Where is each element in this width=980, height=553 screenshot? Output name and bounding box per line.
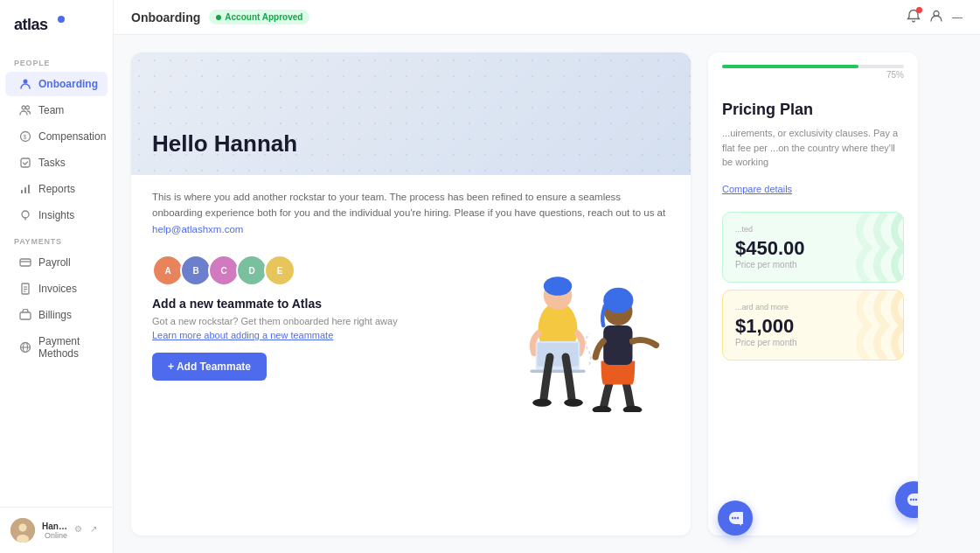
sidebar-item-payment-methods[interactable]: Payment Methods (5, 329, 108, 366)
sidebar-item-onboarding[interactable]: Onboarding (5, 72, 108, 96)
payment-methods-icon (19, 341, 31, 354)
avatar-5: E (264, 255, 295, 286)
more-options-button[interactable]: — (952, 11, 963, 24)
card-body: This is where you add another rockstar t… (131, 175, 691, 430)
badge-dot (216, 15, 221, 20)
pricing-card-premium[interactable]: ...ard and more $1,000 Price per month (722, 290, 904, 360)
add-teammate-button[interactable]: + Add Teammate (152, 353, 267, 381)
billings-icon (19, 309, 31, 321)
team-label: Team (38, 104, 64, 116)
people-section-label: PEOPLE (0, 50, 113, 71)
svg-point-43 (732, 517, 733, 519)
payroll-icon (19, 256, 31, 269)
insights-label: Insights (38, 209, 74, 221)
add-section-description: Got a new rockstar? Get them onboarded h… (152, 316, 460, 326)
footer-actions: ⚙ ↗ (74, 524, 102, 536)
main-area: Onboarding Account Approved — (114, 0, 980, 553)
email-link[interactable]: help@atlashxm.com (152, 224, 243, 234)
user-status: Online (42, 531, 67, 540)
page-title: Onboarding (131, 10, 200, 24)
svg-point-2 (24, 80, 28, 84)
header-right: — (907, 9, 963, 25)
svg-rect-37 (603, 326, 632, 365)
team-avatars: A B C D E (152, 255, 460, 286)
logo-text: atlas (14, 19, 66, 38)
avatar-4: D (236, 255, 268, 286)
sidebar-item-payroll[interactable]: Payroll (5, 250, 108, 275)
sidebar-item-invoices[interactable]: Invoices (5, 276, 108, 301)
notification-button[interactable] (907, 9, 921, 25)
svg-point-29 (544, 276, 572, 296)
tasks-label: Tasks (38, 157, 66, 169)
svg-rect-13 (20, 259, 31, 266)
svg-point-35 (593, 406, 612, 412)
team-icon (19, 104, 31, 116)
svg-point-3 (22, 106, 25, 109)
compare-details-link[interactable]: Compare details (708, 180, 918, 205)
avatar-3: C (208, 255, 240, 286)
team-section: A B C D E Add a new teammate to Atlas Go… (152, 255, 670, 416)
sidebar-item-tasks[interactable]: Tasks (5, 150, 108, 175)
svg-point-36 (623, 406, 643, 412)
avatar-2: B (180, 255, 212, 286)
pricing-card-standard[interactable]: ...ted $450.00 Price per month (722, 212, 904, 283)
reports-icon (19, 183, 31, 195)
onboarding-card: Hello Hannah This is where you add anoth… (131, 52, 691, 536)
svg-point-24 (19, 524, 27, 532)
svg-text:$: $ (24, 134, 27, 140)
svg-rect-10 (28, 185, 30, 193)
payments-section-label: PAYMENTS (0, 228, 113, 249)
logout-icon[interactable]: ↗ (90, 524, 102, 536)
learn-more-link[interactable]: Learn more about adding a new teammate (152, 330, 460, 340)
sidebar-item-reports[interactable]: Reports (5, 177, 108, 201)
top-header: Onboarding Account Approved — (114, 0, 980, 35)
sidebar-item-compensation[interactable]: $ Compensation (5, 124, 108, 149)
svg-point-41 (913, 499, 914, 500)
compensation-icon: $ (19, 130, 31, 143)
payment-methods-label: Payment Methods (38, 335, 94, 360)
user-avatar (10, 518, 35, 542)
header-left: Onboarding Account Approved (131, 10, 309, 24)
right-chat-fab[interactable] (895, 481, 918, 518)
progress-fill (722, 65, 858, 68)
payroll-label: Payroll (38, 256, 71, 269)
svg-rect-7 (21, 158, 30, 167)
svg-rect-31 (538, 343, 579, 367)
hero-greeting: Hello Hannah (152, 130, 297, 158)
billings-label: Billings (38, 309, 72, 321)
logo: atlas (0, 0, 113, 50)
invoices-icon (19, 283, 31, 295)
svg-text:atlas: atlas (14, 16, 48, 33)
user-info: Hannah Jeremiah Online (42, 522, 67, 540)
notification-dot (916, 7, 922, 13)
main-chat-fab[interactable] (718, 500, 753, 536)
onboarding-label: Onboarding (38, 78, 98, 90)
sidebar-item-insights[interactable]: Insights (5, 203, 108, 228)
avatar-1: A (152, 255, 184, 286)
svg-rect-32 (531, 370, 586, 374)
user-menu-button[interactable] (929, 9, 943, 25)
sidebar-item-team[interactable]: Team (5, 98, 108, 122)
add-teammate-label: + Add Teammate (168, 360, 251, 373)
team-illustration (477, 255, 670, 416)
invoices-label: Invoices (38, 283, 77, 295)
panel-description: ...uirements, or exclusivity clauses. Pa… (708, 126, 918, 180)
svg-point-4 (26, 106, 30, 109)
svg-rect-8 (21, 190, 23, 193)
wave-decoration-2 (833, 290, 903, 360)
svg-point-40 (910, 499, 912, 500)
svg-point-42 (915, 499, 917, 500)
user-name: Hannah Jeremiah (42, 522, 67, 531)
content-area: Hello Hannah This is where you add anoth… (114, 35, 980, 553)
svg-point-39 (603, 288, 633, 313)
insights-icon (19, 209, 31, 221)
svg-point-33 (532, 399, 552, 407)
sidebar-item-billings[interactable]: Billings (5, 303, 108, 327)
sidebar: atlas PEOPLE Onboarding Team (0, 0, 114, 553)
svg-point-1 (58, 16, 65, 23)
compensation-label: Compensation (38, 130, 106, 143)
tasks-icon (19, 157, 31, 169)
onboarding-icon (19, 78, 31, 90)
settings-icon[interactable]: ⚙ (74, 524, 87, 536)
sidebar-footer: Hannah Jeremiah Online ⚙ ↗ (0, 507, 113, 553)
